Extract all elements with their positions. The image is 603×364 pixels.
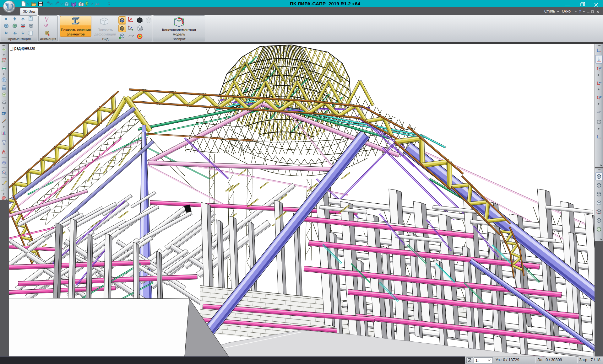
- svg-text:L: L: [2, 188, 4, 191]
- svg-text:XZ: XZ: [599, 67, 602, 69]
- svg-text:EP: EP: [2, 112, 6, 115]
- svg-text:YZ: YZ: [599, 96, 602, 98]
- svg-text:XY: XY: [599, 82, 602, 84]
- svg-text:_Градирня.l3d: _Градирня.l3d: [10, 46, 35, 51]
